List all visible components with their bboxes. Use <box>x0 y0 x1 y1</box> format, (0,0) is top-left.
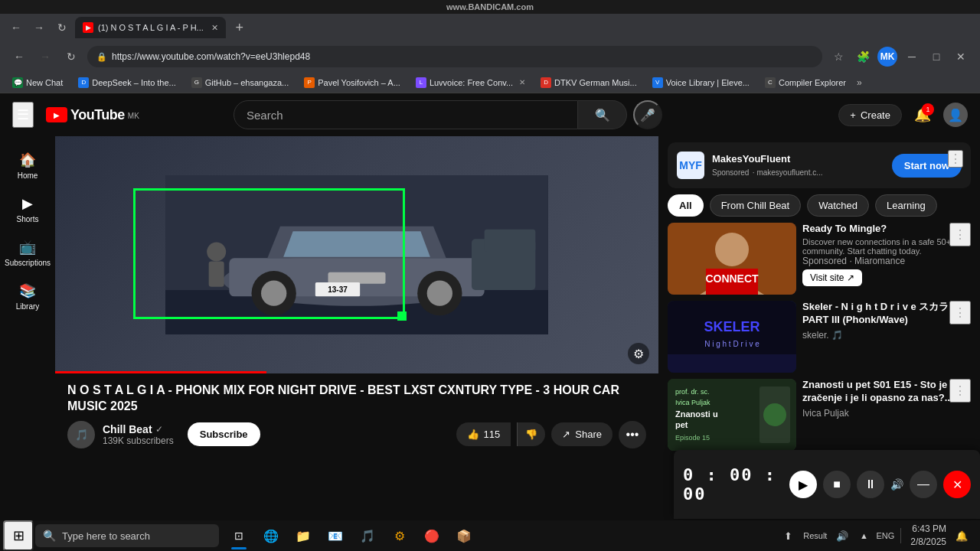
filter-tab-learning[interactable]: Learning <box>875 194 937 217</box>
visit-site-btn[interactable]: Visit site ↗ <box>802 269 862 286</box>
bookmark-compiler[interactable]: C Compiler Explorer <box>759 76 852 90</box>
taskbar-search[interactable]: 🔍 Type here to search <box>35 524 219 547</box>
sidebar-item-shorts[interactable]: ▶ Shorts <box>2 189 54 230</box>
sidebar-home-label: Home <box>18 171 38 180</box>
rec-title-mingle: Ready To Mingle? <box>802 223 971 236</box>
youtube-menu-btn[interactable]: ☰ <box>12 102 34 128</box>
search-input[interactable] <box>247 109 565 122</box>
mini-minimize-btn[interactable]: — <box>910 471 937 498</box>
browser-back-btn[interactable]: ← <box>6 18 26 37</box>
taskbar-item-taskview[interactable]: ⊡ <box>224 520 254 551</box>
filter-tab-all[interactable]: All <box>668 194 704 217</box>
bookmark-voice[interactable]: V Voice Library | Eleve... <box>646 76 756 90</box>
extensions-btn[interactable]: 🧩 <box>853 47 873 67</box>
mini-play-icon: ▶ <box>799 478 808 492</box>
bookmark-pavel[interactable]: P Pavel Yosifovich – A... <box>298 76 407 90</box>
mail-icon: 📧 <box>328 529 343 543</box>
taskbar-item-edge[interactable]: 🌐 <box>256 520 286 551</box>
bookmark-github[interactable]: G GitHub – ehsangaza... <box>185 76 295 90</box>
voice-search-btn[interactable]: 🎤 <box>633 100 662 129</box>
bookmark-new-chat[interactable]: 💬 New Chat <box>6 76 69 90</box>
rec-card-science[interactable]: prof. dr. sc. Ivica Puljak Znanosti u pe… <box>668 379 971 451</box>
search-submit-btn[interactable]: 🔍 <box>578 100 627 129</box>
back-btn[interactable]: ← <box>9 47 29 67</box>
reload-btn[interactable]: ↻ <box>61 47 81 67</box>
tab-youtube-close[interactable]: ✕ <box>211 23 218 33</box>
profile-btn[interactable]: MK <box>877 47 897 67</box>
filter-tabs: All From Chill Beat Watched Learning <box>668 194 971 217</box>
browser-refresh-btn[interactable]: ↻ <box>52 18 72 37</box>
svg-rect-23 <box>668 354 796 373</box>
tray-network-icon[interactable]: ⬆ <box>779 527 797 545</box>
rec-more-btn-mingle[interactable]: ⋮ <box>949 223 971 246</box>
video-settings-icon[interactable]: ⚙ <box>628 343 649 364</box>
taskbar-item-store[interactable]: 📦 <box>449 520 479 551</box>
video-progress-bar[interactable] <box>55 371 266 373</box>
taskbar-item-tools[interactable]: ⚙ <box>384 520 415 551</box>
tray-result-label[interactable]: Result <box>800 527 830 545</box>
tray-volume-icon[interactable]: 🔊 <box>833 527 851 545</box>
sidebar-item-library[interactable]: 📚 Library <box>2 276 54 317</box>
url-bar[interactable]: 🔒 https://www.youtube.com/watch?v=eeU3hl… <box>87 46 822 67</box>
tray-language-label[interactable]: ENG <box>876 527 894 545</box>
sidebar-subscriptions-label: Subscriptions <box>5 259 51 267</box>
rec-card-mingle[interactable]: CONNECT Ready To Mingle? Discover new co… <box>668 223 971 295</box>
bookmark-deepseek[interactable]: D DeepSeek – Into the... <box>72 76 181 90</box>
volume-icon: 🔊 <box>890 478 903 491</box>
search-input-wrap[interactable] <box>234 100 578 129</box>
like-btn[interactable]: 👍 115 <box>456 422 511 446</box>
mini-close-btn[interactable]: ✕ <box>943 471 971 498</box>
rec-card-skeler[interactable]: SKELER N i g h t D r i v e Skeler - N i … <box>668 301 971 373</box>
filter-tab-chill-beat[interactable]: From Chill Beat <box>710 194 802 217</box>
bookmark-compiler-label: Compiler Explorer <box>779 78 846 87</box>
mini-pause-btn[interactable]: ⏸ <box>857 471 884 498</box>
tray-up-arrow-icon[interactable]: ▲ <box>854 527 873 545</box>
video-player[interactable]: 13-37 <box>55 136 658 373</box>
bookmark-dtkv[interactable]: D DTKV German Musi... <box>534 76 643 90</box>
sidebar-item-subscriptions[interactable]: 📺 Subscriptions <box>2 233 54 273</box>
share-btn[interactable]: ↗ Share <box>551 422 612 446</box>
dislike-btn[interactable]: 👎 <box>517 422 545 446</box>
bookmark-luvvoice-close[interactable]: ✕ <box>519 78 525 86</box>
more-actions-btn[interactable]: ••• <box>619 421 646 448</box>
taskbar-item-explorer[interactable]: 📁 <box>288 520 318 551</box>
visit-site-label: Visit site <box>810 272 844 283</box>
maximize-browser-btn[interactable]: □ <box>926 47 946 67</box>
taskbar-item-music[interactable]: 🎵 <box>352 520 383 551</box>
rec-more-btn-science[interactable]: ⋮ <box>949 379 971 403</box>
notifications-btn[interactable]: 🔔 1 <box>908 100 937 129</box>
tab-youtube[interactable]: ▶ (1) N O S T A L G I A - P H... ✕ <box>75 17 226 38</box>
ad-more-btn[interactable]: ⋮ <box>948 150 963 168</box>
channel-avatar[interactable]: 🎵 <box>67 421 95 448</box>
filter-tab-watched[interactable]: Watched <box>807 194 869 217</box>
mini-stop-btn[interactable]: ■ <box>823 471 851 498</box>
bookmark-btn[interactable]: ☆ <box>828 47 848 67</box>
start-menu-btn[interactable]: ⊞ <box>3 520 34 551</box>
bookmarks-more-btn[interactable]: » <box>857 77 862 88</box>
create-btn[interactable]: + Create <box>838 104 902 126</box>
close-browser-btn[interactable]: ✕ <box>951 47 971 67</box>
like-count: 115 <box>484 429 501 440</box>
minimize-browser-btn[interactable]: ─ <box>902 47 922 67</box>
subscribe-btn[interactable]: Subscribe <box>188 422 260 446</box>
video-area: 13-37 <box>55 136 658 551</box>
rec-more-btn-skeler[interactable]: ⋮ <box>949 301 971 324</box>
taskbar-item-mail[interactable]: 📧 <box>320 520 351 551</box>
youtube-logo[interactable]: YouTube MK <box>46 107 139 123</box>
new-tab-btn[interactable]: + <box>229 17 250 38</box>
browser-forward-btn[interactable]: → <box>29 18 49 37</box>
system-tray: ⬆ Result 🔊 ▲ ENG 6:43 PM 2/8/2025 🔔 <box>773 523 977 549</box>
store-icon: 📦 <box>456 529 472 543</box>
user-avatar[interactable]: 👤 <box>943 103 968 127</box>
bookmark-luvvoice[interactable]: L Luvvoice: Free Conv... ✕ <box>410 76 531 90</box>
record-icon: 🔴 <box>424 529 439 543</box>
tray-notification-btn[interactable]: 🔔 <box>952 527 971 545</box>
sidebar-item-home[interactable]: 🏠 Home <box>2 145 54 186</box>
bookmark-dtkv-label: DTKV German Musi... <box>554 78 637 87</box>
rec-title-skeler: Skeler - N i g h t D r i v e スカラ — PART … <box>802 301 971 327</box>
taskbar-item-record[interactable]: 🔴 <box>416 520 447 551</box>
tray-datetime[interactable]: 6:43 PM 2/8/2025 <box>907 523 949 549</box>
mini-play-btn[interactable]: ▶ <box>789 471 817 498</box>
forward-btn[interactable]: → <box>35 47 55 67</box>
bookmark-deepseek-label: DeepSeek – Into the... <box>92 78 175 87</box>
